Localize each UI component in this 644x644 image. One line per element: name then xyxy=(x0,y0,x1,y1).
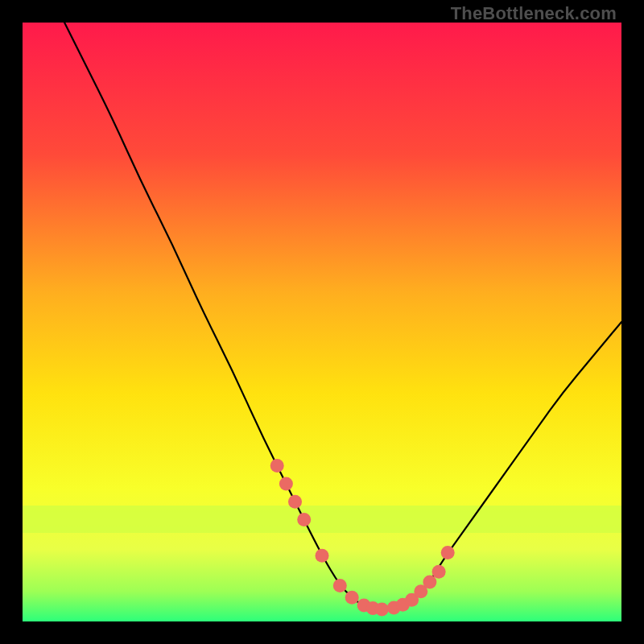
highlight-marker xyxy=(316,549,329,563)
highlight-marker xyxy=(441,546,455,559)
highlight-marker xyxy=(333,579,347,592)
highlight-marker xyxy=(375,603,389,617)
highlight-marker xyxy=(297,513,311,526)
watermark-text: TheBottleneck.com xyxy=(451,3,617,24)
highlight-marker xyxy=(288,495,302,509)
highlight-marker xyxy=(345,591,359,605)
highlight-marker xyxy=(432,565,446,579)
curve-layer xyxy=(23,23,621,621)
highlight-marker xyxy=(279,477,293,490)
plot-area xyxy=(23,23,621,621)
highlight-marker xyxy=(270,459,284,473)
outer-frame: TheBottleneck.com xyxy=(0,0,644,644)
marker-group xyxy=(270,459,455,617)
bottleneck-curve xyxy=(64,23,621,609)
highlight-marker xyxy=(423,575,436,588)
